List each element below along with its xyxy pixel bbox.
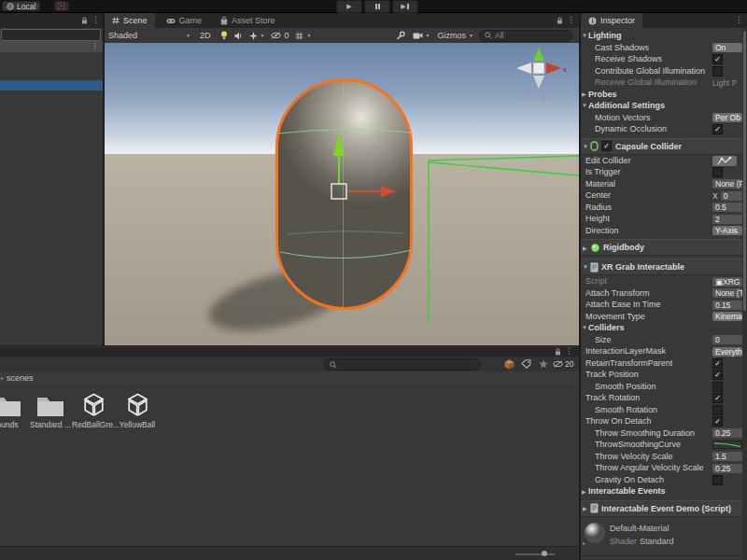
material-foldout-arrow[interactable]: ▸ [583,539,585,546]
attach-transform-field[interactable]: None (T [712,288,742,298]
foldout-arrow-icon[interactable]: ▼ [582,325,588,330]
component-header-capsule-collider[interactable]: ▼✓Capsule Collider [581,138,747,155]
hierarchy-search-input[interactable] [1,29,101,41]
scene-search-input[interactable]: All [479,30,572,42]
interactionlayermask-dropdown[interactable]: Everyth [712,347,742,357]
throw-velocity-scale-field[interactable]: 1.5 [712,452,742,461]
is-trigger-checkbox[interactable] [712,167,723,177]
search-in-packages-icon[interactable] [504,359,514,370]
gravity-on-detach-checkbox[interactable] [712,475,723,485]
lock-icon[interactable] [557,17,563,24]
script-field[interactable]: ▣XRG [712,277,742,287]
scene-audio-icon[interactable] [234,32,243,40]
movement-type-dropdown[interactable]: Kinema [712,312,742,321]
cast-shadows-dropdown[interactable]: On [712,43,742,52]
scene-lighting-icon[interactable] [220,31,228,40]
direction-dropdown[interactable]: Y-Axis [712,226,742,235]
component-header-rigidbody[interactable]: ▶Rigidbody [581,239,747,256]
foldout-arrow-icon[interactable]: ▼ [582,33,588,38]
hierarchy-selected-item[interactable] [0,80,103,91]
height-field[interactable]: 2 [712,215,742,224]
lock-icon[interactable] [555,348,561,356]
project-search-input[interactable] [324,358,481,371]
scene-effects-dropdown[interactable]: ▼ [249,32,265,40]
project-breadcrumb[interactable]: ▸ scenes [0,371,579,385]
throw-on-detach-checkbox[interactable]: ✓ [712,416,723,427]
throw-angular-velocity-scale-field[interactable]: 0.25 [712,464,742,473]
kebab-menu-icon[interactable]: ⋮ [91,42,99,50]
size-field[interactable]: 0 [712,335,742,344]
foldout-arrow-icon[interactable]: ▼ [582,103,588,108]
radius-field[interactable]: 0.5 [712,203,742,212]
scene-viewport[interactable]: x < Persp [105,43,579,345]
track-rotation-checkbox[interactable]: ✓ [712,393,723,403]
2d-toggle-button[interactable]: 2D [200,31,211,40]
dynamic-occlusion-checkbox[interactable]: ✓ [712,124,723,134]
edit-collider-button[interactable] [712,156,737,166]
draw-mode-dropdown[interactable]: Shaded▼ [108,31,190,40]
gizmo-center-handle [331,184,346,199]
favorites-star-icon[interactable] [539,359,548,369]
inspector-row-receive-shadows: Receive Shadows✓ [581,53,747,65]
retaintransformparent-checkbox[interactable]: ✓ [712,358,723,369]
component-header-interactable-event-demo-script[interactable]: ▶Interactable Event Demo (Script) [581,500,747,517]
thumbnail-zoom-knob[interactable] [542,551,547,556]
receive-shadows-checkbox[interactable]: ✓ [712,54,723,64]
hidden-assets-toggle[interactable]: 20 [553,359,573,369]
foldout-arrow-icon[interactable]: ▼ [583,264,590,270]
foldout-arrow-icon[interactable]: ▶ [583,245,590,251]
component-header-xr-grab-interactable[interactable]: ▼XR Grab Interactable [581,259,747,275]
shader-value[interactable]: Standard [640,537,674,546]
component-enabled-checkbox[interactable]: ✓ [601,141,612,151]
pause-button[interactable] [364,0,390,13]
kebab-menu-icon[interactable]: ⋮ [565,347,573,356]
foldout-arrow-icon[interactable]: ▼ [583,144,590,149]
motion-vectors-dropdown[interactable]: Per Ob [712,113,742,122]
kebab-menu-icon[interactable]: ⋮ [92,16,100,24]
inspector-section-probes[interactable]: ▶Probes [581,89,747,101]
tab-asset-store[interactable]: Asset Store [213,13,283,28]
smooth-rotation-checkbox[interactable] [712,405,723,415]
kebab-menu-icon[interactable]: ⋮ [735,16,743,24]
scene-camera-dropdown[interactable]: ▼ [413,32,430,39]
scene-grid-dropdown[interactable]: ▼ [295,32,311,40]
smooth-position-checkbox[interactable] [712,382,723,392]
pivot-local-button[interactable]: Local [2,1,40,11]
center-x-field[interactable]: 0 [721,191,742,201]
contribute-global-illumination-checkbox[interactable] [712,66,723,77]
gizmos-dropdown[interactable]: Gizmos ▼ [438,31,473,40]
project-item-ounds[interactable]: ounds [0,387,29,429]
foldout-arrow-icon[interactable]: ▶ [582,488,588,495]
project-item-redballgre[interactable]: RedBallGre... [72,387,115,429]
attach-ease-in-time-field[interactable]: 0.15 [712,301,742,310]
tab-scene[interactable]: Scene [105,13,155,28]
grid-snap-button[interactable] [54,1,69,11]
project-item-yellowball[interactable]: YellowBall [116,387,159,429]
track-position-checkbox[interactable]: ✓ [712,370,723,380]
project-item-standard[interactable]: Standard ... [29,387,72,429]
inspector-section-interactable-events[interactable]: ▶Interactable Events [581,485,747,497]
inspector-section-lighting[interactable]: ▼Lighting [581,30,747,42]
material-field[interactable]: None (P [712,179,742,189]
inspector-scrollbar-thumb[interactable] [743,31,746,311]
step-button[interactable]: ▶ [392,0,418,13]
component-tools-icon[interactable] [396,31,405,40]
play-button[interactable]: ▶ [336,0,362,13]
inspector-row-edit-collider: Edit Collider [581,155,747,167]
foldout-arrow-icon[interactable]: ▶ [582,91,588,97]
tab-inspector[interactable]: Inspector [581,13,642,28]
inspector-row-smooth-position: Smooth Position [581,381,747,393]
hierarchy-scene-header[interactable]: ⋮ [0,41,103,52]
inspector-section-colliders[interactable]: ▼Colliders [581,322,747,334]
gizmos-label: Gizmos [438,31,467,40]
thumbnail-zoom-slider[interactable] [515,553,555,555]
foldout-arrow-icon[interactable]: ▶ [583,505,590,511]
tab-game[interactable]: Game [159,13,210,28]
lock-icon[interactable] [81,17,88,24]
throw-smoothing-duration-field[interactable]: 0.25 [712,428,742,438]
search-by-label-icon[interactable] [521,359,531,369]
kebab-menu-icon[interactable]: ⋮ [567,16,575,24]
throwsmoothingcurve-curve-field[interactable] [712,441,742,449]
inspector-section-additional-settings[interactable]: ▼Additional Settings [581,100,747,112]
scene-visibility-toggle[interactable]: 0 [271,31,289,40]
